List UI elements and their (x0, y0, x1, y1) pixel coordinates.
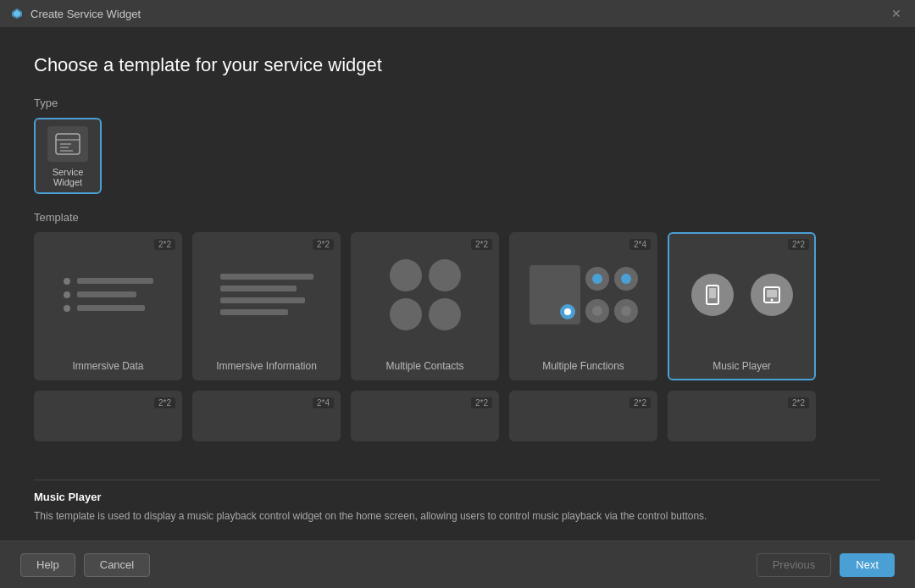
phone-icon (703, 284, 722, 306)
music-player-visual (678, 260, 807, 330)
dialog-body: Choose a template for your service widge… (0, 27, 915, 541)
footer-left: Help Cancel (20, 553, 150, 577)
avatar-4 (429, 298, 461, 330)
template-name-multiple-contacts: Multiple Contacts (382, 355, 467, 379)
template-card-r2-2[interactable]: 2*4 (192, 391, 341, 441)
dialog-footer: Help Cancel Previous Next (0, 541, 915, 588)
template-name-music-player: Music Player (709, 355, 774, 379)
service-widget-icon (47, 126, 88, 162)
description-section: Music Player This template is used to di… (34, 480, 881, 524)
template-visual-multiple-functions (511, 234, 656, 355)
template-visual-multiple-contacts (352, 234, 497, 355)
music-btn-1 (691, 274, 734, 316)
next-button[interactable]: Next (840, 553, 895, 577)
template-badge-music-player: 2*2 (788, 239, 809, 250)
contacts-grid (376, 246, 474, 344)
template-card-r2-5[interactable]: 2*2 (668, 391, 816, 441)
template-badge-multiple-functions: 2*4 (629, 239, 651, 250)
template-card-multiple-functions[interactable]: 2*4 (509, 232, 657, 380)
template-badge-r2-1: 2*2 (154, 397, 175, 408)
template-badge-r2-3: 2*2 (471, 397, 492, 408)
svg-rect-10 (767, 290, 777, 297)
template-card-r2-1[interactable]: 2*2 (34, 391, 182, 441)
music-btn-2 (751, 274, 793, 316)
template-visual-immersive-data (36, 234, 180, 355)
template-visual-immersive-information (194, 234, 339, 355)
help-button[interactable]: Help (20, 553, 75, 577)
titlebar-left: Create Service Widget (10, 7, 141, 20)
titlebar: Create Service Widget ✕ (0, 0, 915, 27)
template-badge-immersive-data: 2*2 (154, 239, 175, 250)
template-badge-immersive-information: 2*2 (313, 239, 334, 250)
close-button[interactable]: ✕ (888, 5, 905, 22)
template-name-immersive-information: Immersive Information (213, 355, 320, 379)
template-visual-music-player (669, 234, 814, 355)
template-card-multiple-contacts[interactable]: 2*2 Multiple Contacts (351, 232, 499, 380)
description-title: Music Player (34, 491, 881, 503)
dialog-heading: Choose a template for your service widge… (34, 54, 881, 76)
template-card-r2-4[interactable]: 2*2 (509, 391, 657, 441)
template-badge-r2-2: 2*4 (313, 397, 334, 408)
template-card-music-player[interactable]: 2*2 (668, 232, 816, 380)
template-badge-r2-4: 2*2 (629, 397, 651, 408)
description-text: This template is used to display a music… (34, 508, 881, 524)
template-badge-r2-5: 2*2 (788, 397, 809, 408)
footer-right: Previous Next (757, 553, 895, 577)
template-grid-wrapper: 2*2 (34, 232, 881, 466)
svg-point-11 (770, 298, 773, 301)
template-card-r2-3[interactable]: 2*2 (351, 391, 499, 441)
svg-rect-8 (709, 288, 716, 298)
template-section: Template 2*2 (34, 211, 881, 466)
template-grid: 2*2 (34, 232, 881, 466)
window-title: Create Service Widget (30, 8, 141, 20)
template-card-immersive-information[interactable]: 2*2 Immersive Information (192, 232, 341, 380)
type-card-service-widget[interactable]: Service Widget (34, 118, 102, 194)
type-card-label: Service Widget (41, 167, 95, 187)
template-name-multiple-functions: Multiple Functions (539, 355, 628, 379)
template-name-immersive-data: Immersive Data (69, 355, 147, 379)
template-badge-multiple-contacts: 2*2 (471, 239, 492, 250)
cancel-button[interactable]: Cancel (84, 553, 150, 577)
template-card-immersive-data[interactable]: 2*2 (34, 232, 182, 380)
tablet-icon (762, 286, 781, 304)
avatar-1 (390, 259, 422, 291)
avatar-3 (390, 298, 422, 330)
type-label: Type (34, 97, 881, 109)
previous-button[interactable]: Previous (757, 553, 832, 577)
service-widget-svg (54, 132, 81, 156)
template-label: Template (34, 211, 881, 224)
type-section: Type Service Widget (34, 97, 881, 194)
app-logo-icon (10, 7, 24, 20)
avatar-2 (429, 259, 461, 291)
